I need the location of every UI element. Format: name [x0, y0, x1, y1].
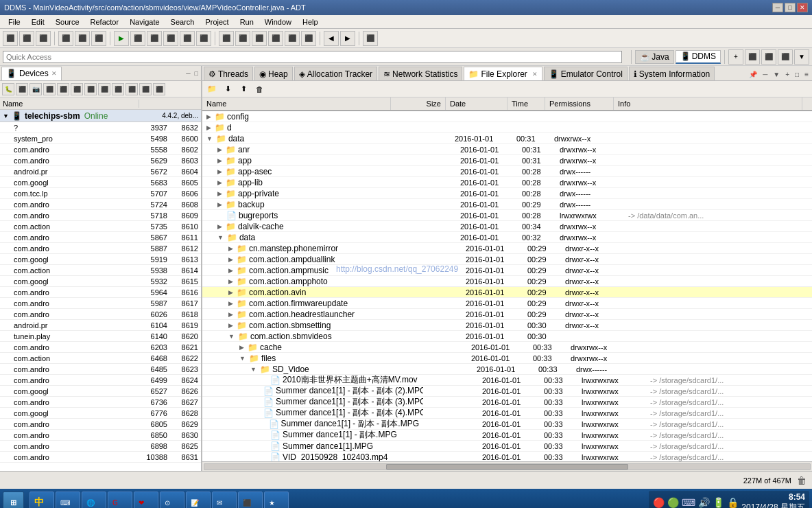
- file-row[interactable]: 📄 Summer dance1[1] - 副本 - 副本 (2).MPG 201…: [202, 386, 812, 397]
- toolbar-btn-19[interactable]: ◀: [324, 31, 339, 46]
- file-row[interactable]: 📄 bugreports 2016-01-01 00:28 lrwxrwxrwx…: [202, 210, 812, 221]
- expand-icon[interactable]: ▶: [217, 201, 222, 208]
- menu-help[interactable]: Help: [297, 16, 324, 27]
- tab-add-btn[interactable]: +: [783, 70, 791, 79]
- file-row[interactable]: ▶ 📁 cache 2016-01-01 00:33 drwxrwx--x: [202, 342, 812, 353]
- toolbar-btn-5[interactable]: ⬛: [75, 31, 90, 46]
- taskbar-item-4[interactable]: G: [108, 492, 132, 508]
- file-row[interactable]: ▶ 📁 d: [202, 122, 812, 133]
- toolbar-btn-16[interactable]: ⬛: [268, 31, 283, 46]
- col-header-time[interactable]: Time: [508, 97, 545, 110]
- col-header-perm[interactable]: Permissions: [545, 97, 614, 110]
- menu-navigate[interactable]: Navigate: [124, 16, 165, 27]
- file-row[interactable]: ▶ 📁 com.action.sbmsetting 2016-01-01 00:…: [202, 320, 812, 331]
- process-row[interactable]: com.andro 6499 8624: [0, 375, 201, 386]
- expand-icon[interactable]: ▶: [206, 124, 211, 131]
- expand-icon[interactable]: ▼: [206, 135, 213, 142]
- debug-btn[interactable]: 🐛: [2, 83, 14, 95]
- expand-icon[interactable]: ▶: [217, 168, 222, 175]
- file-row[interactable]: ▶ 📁 com.action.ampmusic 2016-01-01 00:29…: [202, 265, 812, 276]
- expand-icon[interactable]: ▼: [250, 366, 256, 373]
- tab-network[interactable]: ≋ Network Statistics: [379, 67, 462, 80]
- file-delete-btn[interactable]: 🗑: [252, 83, 266, 95]
- col-header-size[interactable]: Size: [391, 97, 446, 110]
- expand-icon[interactable]: ▶: [217, 179, 222, 186]
- file-row[interactable]: ▶ 📁 dalvik-cache 2016-01-01 00:34 drwxrw…: [202, 221, 812, 232]
- persp-ctrl-3[interactable]: ⬛: [778, 49, 793, 65]
- expand-icon[interactable]: ▶: [228, 289, 233, 296]
- menu-file[interactable]: File: [3, 16, 26, 27]
- file-row[interactable]: ▼ 📁 SD_Vidoe 2016-01-01 00:33 drwx------: [202, 364, 812, 375]
- toolbar-btn-2[interactable]: ⬛: [19, 31, 34, 46]
- taskbar-item-3[interactable]: 🌐: [82, 492, 106, 508]
- tray-icon-3[interactable]: ⌨: [682, 497, 695, 508]
- taskbar-item-9[interactable]: ⬛: [238, 492, 263, 508]
- process-row[interactable]: com.googl 5683 8605: [0, 177, 201, 188]
- tab-max-btn[interactable]: □: [793, 70, 801, 79]
- scrollbar-h-track[interactable]: [204, 463, 811, 470]
- expand-icon[interactable]: ▶: [228, 300, 233, 307]
- process-row[interactable]: com.andro 5629 8603: [0, 155, 201, 166]
- file-row[interactable]: 📄 Summer dance1[1] - 副本 - 副本 (3).MPG 201…: [202, 397, 812, 408]
- toolbar-btn-11[interactable]: ⬛: [180, 31, 195, 46]
- process-row[interactable]: com.action 5938 8614: [0, 265, 201, 276]
- toolbar-btn-9[interactable]: ⬛: [147, 31, 162, 46]
- file-pull-btn[interactable]: ⬇: [221, 83, 235, 95]
- toolbar-btn-12[interactable]: ⬛: [196, 31, 211, 46]
- tab-more-btn[interactable]: ≡: [802, 70, 811, 79]
- process-row[interactable]: com.andro 6485 8623: [0, 364, 201, 375]
- file-row[interactable]: 📄 Summer dance1[1] - 副本.MPG 2016-01-01 0…: [202, 430, 812, 441]
- tray-icon-1[interactable]: 🔴: [653, 497, 665, 508]
- col-header-name[interactable]: Name: [202, 97, 391, 110]
- file-row[interactable]: ▶ 📁 backup 2016-01-01 00:29 drwx------: [202, 199, 812, 210]
- maximize-left-btn[interactable]: □: [193, 69, 200, 78]
- file-explorer-close[interactable]: ✕: [532, 71, 538, 78]
- tab-allocation[interactable]: ◈ Allocation Tracker: [294, 67, 377, 80]
- toolbar-btn-6[interactable]: ⬛: [91, 31, 106, 46]
- device-btn3[interactable]: ⬛: [71, 83, 83, 95]
- file-row[interactable]: ▶ 📁 app 2016-01-01 00:31 drwxrwx--x: [202, 155, 812, 166]
- process-row[interactable]: android.pr 6104 8619: [0, 320, 201, 331]
- toolbar-btn-15[interactable]: ⬛: [252, 31, 267, 46]
- file-row[interactable]: 📄 2010南非世界杯主题曲+高清MV.mov 2016-01-01 00:33…: [202, 375, 812, 386]
- taskbar-item-5[interactable]: ❤: [134, 492, 158, 508]
- process-row[interactable]: com.andro 5964 8616: [0, 287, 201, 298]
- file-push-btn[interactable]: ⬆: [237, 83, 250, 95]
- device-btn7[interactable]: ⬛: [126, 83, 138, 95]
- process-row[interactable]: com.andro 5724 8608: [0, 199, 201, 210]
- process-row[interactable]: com.andro 5887 8612: [0, 243, 201, 254]
- expand-icon[interactable]: ▶: [217, 146, 222, 153]
- tray-icon-5[interactable]: 🔋: [713, 497, 724, 508]
- expand-icon[interactable]: ▶: [217, 157, 222, 164]
- expand-icon[interactable]: ▶: [217, 223, 222, 230]
- process-row[interactable]: com.andro 6736 8627: [0, 397, 201, 408]
- file-row[interactable]: ▼ 📁 data 2016-01-01 00:32 drwxrwx--x: [202, 232, 812, 243]
- device-btn8[interactable]: ⬛: [139, 83, 152, 95]
- tab-pin-btn[interactable]: 📌: [747, 70, 759, 79]
- device-btn5[interactable]: ⬛: [98, 83, 110, 95]
- toolbar-btn-18[interactable]: ⬛: [301, 31, 316, 46]
- menu-run[interactable]: Run: [235, 16, 259, 27]
- file-row[interactable]: ▶ 📁 app-lib 2016-01-01 00:28 drwxrwx--x: [202, 177, 812, 188]
- process-row[interactable]: com.andro 10388 8631: [0, 452, 201, 463]
- process-row[interactable]: com.andro 5867 8611: [0, 232, 201, 243]
- gc-icon[interactable]: 🗑: [797, 475, 807, 486]
- process-row[interactable]: com.andro 5718 8609: [0, 210, 201, 221]
- tab-min-btn[interactable]: ─: [761, 70, 769, 79]
- tab-file-explorer[interactable]: 📁 File Explorer ✕: [464, 67, 542, 80]
- scrollbar-h-thumb[interactable]: [386, 464, 628, 470]
- tray-icon-4[interactable]: 🔊: [698, 497, 710, 508]
- toolbar-btn-8[interactable]: ⬛: [130, 31, 145, 46]
- file-row[interactable]: ▶ 📁 cn.manstep.phonemirror 2016-01-01 00…: [202, 243, 812, 254]
- tab-emulator[interactable]: 📱 Emulator Control: [544, 67, 628, 80]
- menu-source[interactable]: Source: [50, 16, 85, 27]
- devices-tab[interactable]: 📱 Devices ✕: [1, 67, 62, 80]
- expand-icon[interactable]: ▶: [206, 113, 211, 120]
- process-row[interactable]: android.pr 5672 8604: [0, 166, 201, 177]
- maximize-button[interactable]: □: [785, 3, 796, 12]
- process-row[interactable]: ? 3937 8632: [0, 122, 201, 133]
- taskbar-item-6[interactable]: ⊙: [160, 492, 184, 508]
- col-header-info[interactable]: Info: [614, 97, 802, 110]
- file-row[interactable]: 📄 Summer dance1[1] - 副本 - 副本.MPG 2016-01…: [202, 419, 812, 430]
- toolbar-btn-20[interactable]: ▶: [340, 31, 355, 46]
